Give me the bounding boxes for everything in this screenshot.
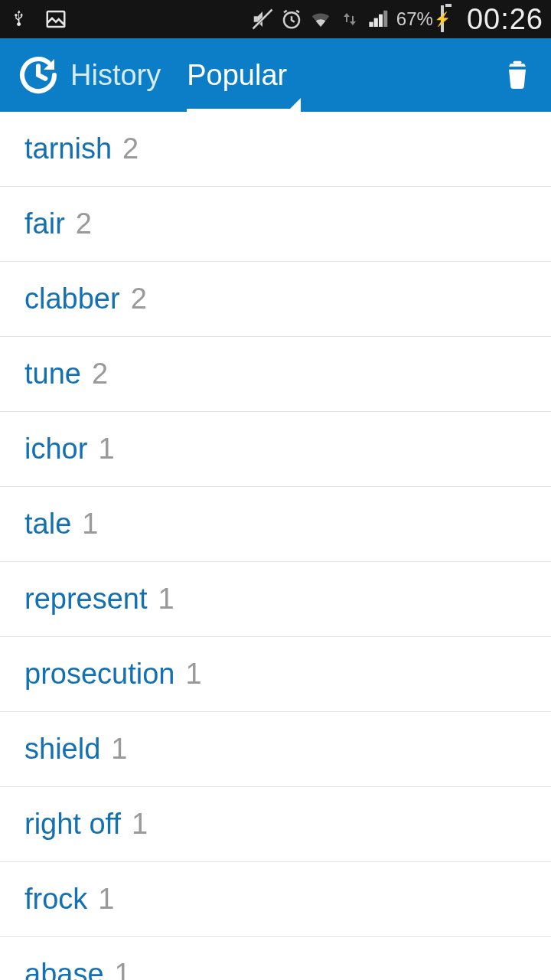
tab-label: Popular [187, 59, 287, 92]
word-label: represent [24, 583, 148, 616]
word-label: clabber [24, 283, 120, 315]
word-label: fair [24, 207, 65, 240]
word-count: 2 [92, 358, 108, 390]
word-label: ichor [24, 433, 87, 466]
word-count: 1 [115, 958, 131, 980]
word-count: 1 [185, 658, 201, 691]
word-label: abase [24, 958, 104, 980]
data-sync-icon [338, 8, 361, 31]
list-item[interactable]: prosecution1 [0, 637, 551, 712]
tab-label: History [70, 59, 161, 92]
word-list[interactable]: tarnish2fair2clabber2tune2ichor1tale1rep… [0, 112, 551, 980]
signal-icon [367, 8, 390, 31]
list-item[interactable]: right off1 [0, 787, 551, 862]
list-item[interactable]: represent1 [0, 562, 551, 637]
tab-popular[interactable]: Popular [187, 38, 287, 112]
word-count: 1 [132, 808, 148, 841]
android-status-bar: 67% ⚡ 00:26 [0, 0, 551, 38]
list-item[interactable]: tarnish2 [0, 112, 551, 187]
word-count: 2 [76, 207, 92, 240]
svg-rect-4 [514, 61, 522, 64]
battery-percent-label: 67% [396, 8, 433, 30]
word-count: 1 [82, 508, 98, 541]
word-label: tune [24, 358, 81, 390]
battery-charging-icon: ⚡ [441, 7, 456, 31]
list-item[interactable]: tune2 [0, 337, 551, 412]
list-item[interactable]: fair2 [0, 187, 551, 262]
word-count: 2 [131, 283, 147, 315]
word-count: 1 [98, 433, 114, 466]
alarm-icon [280, 8, 303, 31]
word-count: 1 [111, 733, 127, 766]
mute-icon [251, 8, 274, 31]
delete-button[interactable] [500, 58, 534, 92]
word-label: right off [24, 808, 121, 841]
list-item[interactable]: clabber2 [0, 262, 551, 337]
list-item[interactable]: ichor1 [0, 412, 551, 487]
usb-icon [8, 8, 31, 31]
word-count: 1 [98, 883, 114, 916]
tab-history[interactable]: History [70, 38, 161, 112]
list-item[interactable]: frock1 [0, 862, 551, 937]
word-label: frock [24, 883, 87, 916]
word-label: tale [24, 508, 71, 541]
word-count: 1 [158, 583, 174, 616]
picture-icon [44, 8, 67, 31]
word-label: tarnish [24, 132, 112, 165]
list-item[interactable]: abase1 [0, 937, 551, 980]
app-bar: History Popular [0, 38, 551, 112]
clock-label: 00:26 [467, 3, 543, 36]
list-item[interactable]: tale1 [0, 487, 551, 562]
word-label: shield [24, 733, 100, 766]
wifi-icon [309, 8, 332, 31]
word-count: 2 [122, 132, 139, 165]
list-item[interactable]: shield1 [0, 712, 551, 787]
spinner-corner-icon [287, 98, 301, 112]
word-label: prosecution [24, 658, 174, 691]
history-clock-icon[interactable] [17, 54, 60, 96]
